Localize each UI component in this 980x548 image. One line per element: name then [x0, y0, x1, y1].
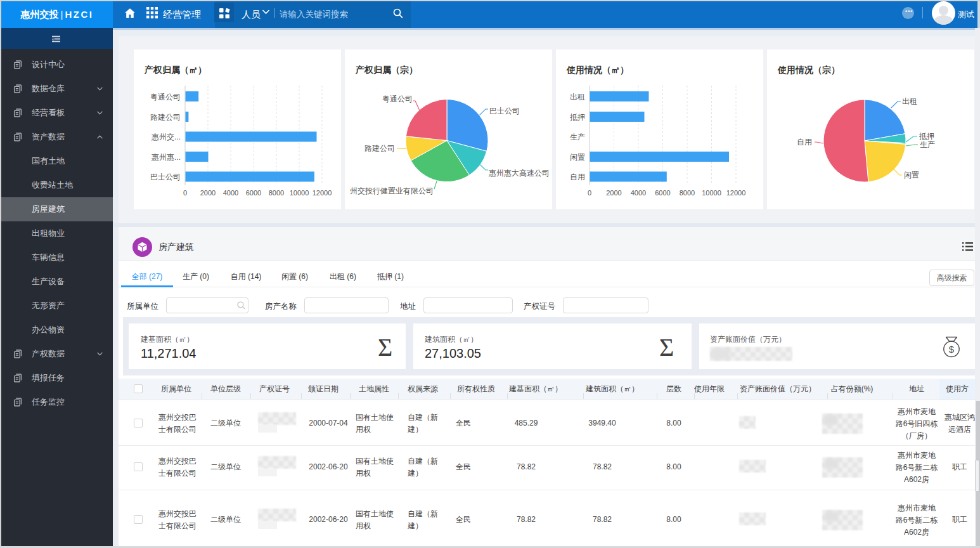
svg-text:6000: 6000 — [246, 189, 261, 197]
svg-text:10000: 10000 — [290, 189, 309, 197]
svg-text:自用: 自用 — [570, 173, 585, 181]
svg-text:闲置: 闲置 — [904, 171, 919, 179]
svg-text:4000: 4000 — [223, 189, 238, 197]
svg-text:使用情况（宗）: 使用情况（宗） — [777, 65, 840, 75]
svg-text:惠州惠...: 惠州惠... — [151, 153, 181, 162]
svg-text:生产: 生产 — [570, 133, 585, 141]
svg-text:$: $ — [949, 344, 955, 355]
svg-text:惠州惠大高速公司: 惠州惠大高速公司 — [488, 169, 550, 178]
svg-text:出租: 出租 — [570, 93, 585, 101]
svg-text:4000: 4000 — [631, 189, 646, 197]
svg-text:粤通公司: 粤通公司 — [382, 95, 413, 103]
svg-text:抵押: 抵押 — [919, 132, 934, 141]
svg-text:使用情况（㎡）: 使用情况（㎡） — [566, 65, 629, 75]
svg-text:自用: 自用 — [797, 138, 812, 147]
svg-text:8000: 8000 — [680, 189, 695, 197]
svg-text:闲置: 闲置 — [570, 153, 585, 162]
svg-text:8000: 8000 — [269, 189, 284, 197]
svg-text:0: 0 — [588, 189, 591, 197]
svg-text:粤通公司: 粤通公司 — [150, 93, 181, 101]
svg-text:2000: 2000 — [200, 189, 216, 197]
svg-text:产权归属（㎡）: 产权归属（㎡） — [144, 65, 207, 75]
svg-text:0: 0 — [183, 189, 187, 197]
svg-text:产权归属（宗）: 产权归属（宗） — [355, 65, 418, 75]
svg-text:路建公司: 路建公司 — [150, 113, 181, 122]
svg-text:10000: 10000 — [702, 189, 721, 197]
svg-text:惠州交...: 惠州交... — [151, 133, 181, 141]
svg-text:12000: 12000 — [726, 189, 746, 197]
svg-text:出租: 出租 — [902, 97, 917, 106]
svg-text:2000: 2000 — [606, 189, 621, 197]
svg-text:巴士公司: 巴士公司 — [150, 173, 181, 181]
svg-text:6000: 6000 — [655, 189, 670, 197]
svg-text:抵押: 抵押 — [569, 113, 585, 122]
svg-text:生产: 生产 — [920, 140, 935, 149]
svg-text:路建公司: 路建公司 — [364, 144, 395, 153]
svg-text:巴士公司: 巴士公司 — [489, 107, 520, 115]
svg-text:州交投行健置业有限公司: 州交投行健置业有限公司 — [350, 186, 434, 195]
svg-text:12000: 12000 — [313, 189, 332, 197]
